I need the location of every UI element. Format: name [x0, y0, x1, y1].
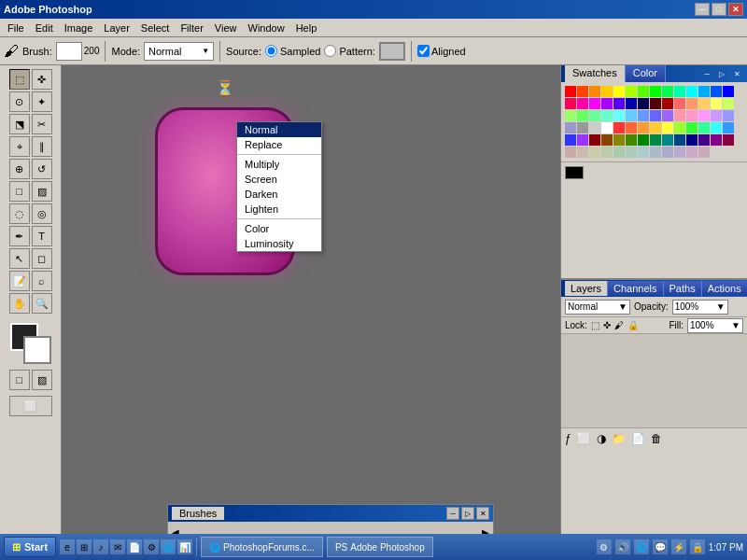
- new-group-btn[interactable]: 📁: [612, 432, 626, 445]
- layers-opacity-control[interactable]: 100% ▼: [672, 300, 728, 315]
- swatch-cell[interactable]: [650, 110, 661, 121]
- actions-tab[interactable]: Actions: [702, 281, 747, 296]
- swatch-cell[interactable]: [613, 98, 625, 109]
- menu-file[interactable]: File: [2, 21, 30, 35]
- swatch-cell[interactable]: [613, 134, 625, 146]
- eraser-tool[interactable]: □: [9, 181, 30, 202]
- menu-filter[interactable]: Filter: [175, 21, 208, 35]
- brushes-expand-btn[interactable]: ▷: [461, 507, 474, 520]
- swatch-cell[interactable]: [613, 110, 625, 121]
- swatches-expand-btn[interactable]: ▷: [715, 67, 728, 80]
- dropdown-normal[interactable]: Normal: [237, 122, 321, 137]
- zoom-tool[interactable]: 🔍: [32, 293, 52, 314]
- swatch-cell[interactable]: [662, 86, 673, 97]
- swatch-cell[interactable]: [577, 86, 588, 97]
- swatch-cell[interactable]: [686, 122, 698, 133]
- crop-tool[interactable]: ⬔: [9, 114, 30, 134]
- magic-wand-tool[interactable]: ✦: [32, 91, 52, 112]
- swatch-cell[interactable]: [626, 110, 637, 121]
- dropdown-screen[interactable]: Screen: [237, 172, 321, 187]
- swatch-cell[interactable]: [674, 86, 685, 97]
- swatch-cell[interactable]: [565, 147, 576, 158]
- swatch-cell[interactable]: [565, 134, 576, 146]
- clone-stamp-tool[interactable]: ⊕: [9, 159, 30, 179]
- swatch-cell[interactable]: [674, 110, 685, 121]
- pattern-radio[interactable]: [324, 45, 336, 57]
- tray-icon-1[interactable]: ⚙: [597, 539, 612, 554]
- swatch-cell[interactable]: [626, 147, 637, 158]
- slice-tool[interactable]: ✂: [32, 114, 52, 134]
- dropdown-multiply[interactable]: Multiply: [237, 157, 321, 172]
- brushes-minimize-btn[interactable]: ─: [446, 507, 459, 520]
- tray-icon-4[interactable]: 💬: [653, 539, 668, 554]
- taskbar-icon-3[interactable]: ♪: [93, 539, 108, 554]
- swatch-cell[interactable]: [698, 147, 710, 158]
- dropdown-lighten[interactable]: Lighten: [237, 202, 321, 217]
- tray-icon-2[interactable]: 🔊: [615, 539, 630, 554]
- menu-view[interactable]: View: [209, 21, 243, 35]
- swatches-tab[interactable]: Swatches: [565, 65, 626, 82]
- menu-help[interactable]: Help: [290, 21, 323, 35]
- taskbar-photoshopforums[interactable]: 🌐 PhotoshopForums.c...: [201, 537, 323, 557]
- maximize-button[interactable]: □: [712, 3, 726, 16]
- move-tool[interactable]: ✜: [32, 69, 52, 90]
- mode-dropdown-trigger[interactable]: Normal ▼: [144, 42, 214, 61]
- menu-edit[interactable]: Edit: [30, 21, 59, 35]
- swatch-cell[interactable]: [626, 134, 637, 146]
- swatch-cell[interactable]: [577, 122, 588, 133]
- swatch-cell[interactable]: [650, 134, 661, 146]
- swatch-cell[interactable]: [711, 122, 722, 133]
- swatch-cell[interactable]: [698, 86, 710, 97]
- aligned-checkbox[interactable]: [417, 45, 430, 57]
- new-layer-btn[interactable]: 📄: [631, 432, 645, 445]
- swatch-cell[interactable]: [638, 122, 649, 133]
- swatch-cell[interactable]: [711, 86, 722, 97]
- taskbar-icon-7[interactable]: 🌐: [161, 539, 176, 554]
- fill-control[interactable]: 100% ▼: [687, 318, 743, 333]
- quick-mask-btn[interactable]: ▨: [32, 370, 52, 390]
- swatch-cell[interactable]: [626, 86, 637, 97]
- swatch-cell[interactable]: [589, 134, 600, 146]
- shape-tool[interactable]: ◻: [32, 248, 52, 269]
- menu-layer[interactable]: Layer: [98, 21, 135, 35]
- tray-icon-6[interactable]: 🔒: [690, 539, 705, 554]
- swatch-cell[interactable]: [601, 98, 613, 109]
- swatch-cell[interactable]: [577, 98, 588, 109]
- swatch-cell[interactable]: [686, 134, 698, 146]
- swatch-cell[interactable]: [698, 110, 710, 121]
- menu-window[interactable]: Window: [243, 21, 290, 35]
- swatch-cell[interactable]: [662, 122, 673, 133]
- swatch-cell[interactable]: [662, 147, 673, 158]
- eyedropper-tool[interactable]: ⌕: [32, 271, 52, 291]
- swatch-cell[interactable]: [565, 110, 576, 121]
- brushes-tab[interactable]: Brushes: [172, 507, 224, 520]
- taskbar-icon-6[interactable]: ⚙: [144, 539, 159, 554]
- swatch-cell[interactable]: [723, 86, 734, 97]
- lock-transparent-icon[interactable]: ⬚: [591, 320, 599, 330]
- swatch-cell[interactable]: [601, 110, 613, 121]
- screen-mode-btn[interactable]: ⬜: [9, 396, 52, 416]
- start-button[interactable]: ⊞ Start: [4, 537, 56, 557]
- taskbar-adobe-photoshop[interactable]: PS Adobe Photoshop: [327, 537, 433, 557]
- paths-tab[interactable]: Paths: [664, 281, 702, 296]
- swatch-cell[interactable]: [601, 134, 613, 146]
- swatch-cell[interactable]: [589, 86, 600, 97]
- swatch-cell[interactable]: [686, 98, 698, 109]
- tray-icon-5[interactable]: ⚡: [671, 539, 686, 554]
- swatch-cell[interactable]: [674, 98, 685, 109]
- swatch-cell[interactable]: [650, 122, 661, 133]
- dropdown-luminosity[interactable]: Luminosity: [237, 236, 321, 251]
- taskbar-icon-5[interactable]: 📄: [127, 539, 142, 554]
- delete-layer-btn[interactable]: 🗑: [651, 432, 662, 445]
- swatch-cell[interactable]: [650, 98, 661, 109]
- swatch-cell[interactable]: [662, 134, 673, 146]
- swatch-cell[interactable]: [638, 147, 649, 158]
- swatch-cell[interactable]: [698, 134, 710, 146]
- layers-mode-dropdown[interactable]: Normal ▼: [565, 300, 630, 315]
- brushes-close-btn[interactable]: ✕: [476, 507, 489, 520]
- dropdown-replace[interactable]: Replace: [237, 137, 321, 152]
- swatch-cell[interactable]: [686, 86, 698, 97]
- swatch-cell[interactable]: [613, 147, 625, 158]
- swatch-cell[interactable]: [638, 86, 649, 97]
- add-adjustment-btn[interactable]: ◑: [597, 432, 606, 445]
